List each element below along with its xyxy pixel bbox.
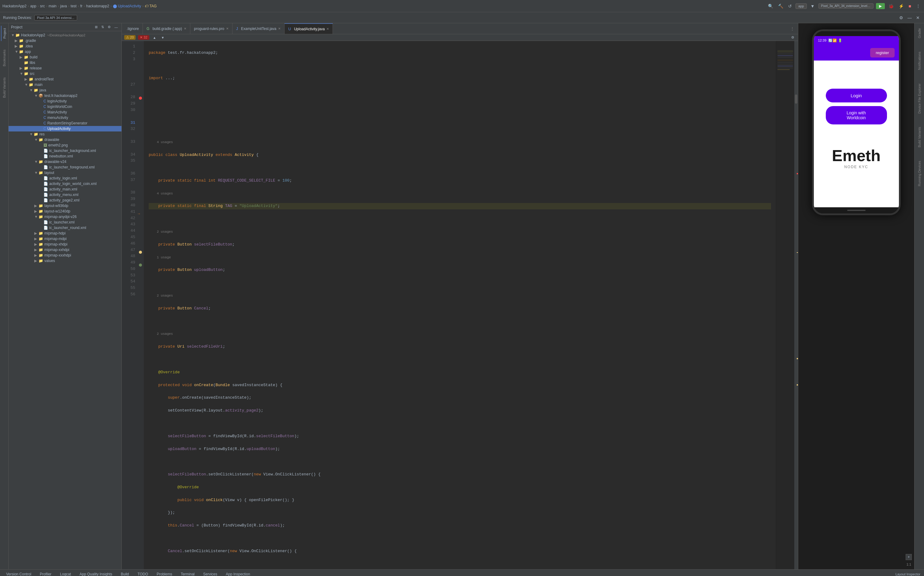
code-content[interactable]: package test.fr.hackatonapp2; import ...… [144,41,776,569]
project-panel-tab[interactable]: Project [1,26,8,41]
tree-item-java[interactable]: ▼ 📁 java [8,88,122,93]
android-login-btn[interactable]: Login [826,89,887,102]
debug-button[interactable]: 🐞 [887,3,895,9]
tree-item-mipmap-xxxhdpi[interactable]: ▶ 📁 mipmap-xxxhdpi [8,253,122,258]
warning-count-badge[interactable]: ⚠ 20 [124,35,136,40]
run-config-dropdown[interactable]: ▼ [809,3,816,9]
tree-item-mipmap-hdpi[interactable]: ▶ 📁 mipmap-hdpi [8,230,122,236]
tab-problems[interactable]: Problems [153,571,176,576]
tree-item-gradle[interactable]: ▶ 📁 .gradle [8,38,122,43]
tab-logcat[interactable]: Logcat [56,571,75,576]
toolbar-search-btn[interactable]: 🔍 [767,3,775,9]
tree-item-menuactivity[interactable]: ▶ C menuActivity [8,115,122,120]
more-actions-btn[interactable]: ⋮ [915,3,922,9]
tree-item-activity-login[interactable]: ▶ 📄 activity_login.xml [8,176,122,181]
error-count-badge[interactable]: ✕ 32 [138,35,149,40]
device-minimize-btn[interactable]: — [906,15,913,21]
tab-proguard-close[interactable]: ✕ [226,27,229,30]
breadcrumb-src[interactable]: src [40,4,45,8]
tree-item-layout[interactable]: ▼ 📁 layout [8,170,122,176]
breadcrumb-java[interactable]: java [60,4,67,8]
tree-item-main[interactable]: ▼ 📁 main [8,82,122,88]
tree-item-mipmap-xhdpi[interactable]: ▶ 📁 mipmap-xhdpi [8,242,122,247]
tab-build-gradle[interactable]: G build.gradle (:app) ✕ [143,23,190,34]
breadcrumb-project[interactable]: HackatonApp2 [2,4,27,8]
tab-app-quality-insights[interactable]: App Quality Insights [76,571,116,576]
running-devices-tab[interactable]: Running Devices [916,158,922,189]
tree-item-loginworldcoin[interactable]: ▶ C loginWorldCoin [8,104,122,109]
breadcrumb-app[interactable]: app [30,4,37,8]
device-settings-btn[interactable]: ⚙ [898,15,905,21]
android-register-btn[interactable]: register [870,48,894,58]
toolbar-sync-btn[interactable]: ↺ [787,3,793,9]
tree-item-ic-launcher-round[interactable]: ▶ 📄 ic_launcher_round.xml [8,225,122,230]
run-button[interactable]: ▶ [876,3,885,9]
tree-item-loginactivity[interactable]: ▶ C loginActivity [8,98,122,104]
stop-button[interactable]: ■ [908,3,912,9]
tab-profiler[interactable]: Profiler [36,571,55,576]
tree-item-activity-page2[interactable]: ▶ 📄 activity_page2.xml [8,197,122,203]
tree-item-randomstring[interactable]: ▶ C RandomStringGenerator [8,120,122,126]
tree-item-build[interactable]: ▶ 📁 build [8,54,122,60]
prev-issue-btn[interactable]: ▲ [152,35,157,40]
tab-uploadactivity[interactable]: U UploadActivity.java ✕ [284,23,333,34]
tree-item-drawable-v24[interactable]: ▼ 📁 drawable-v24 [8,159,122,165]
running-device-chip[interactable]: Pixel 3a API 34 extensi... [34,15,77,21]
tree-item-release[interactable]: ▶ 📁 release [8,66,122,71]
build-variants-panel-tab[interactable]: Build Variants [1,75,7,100]
tree-item-mainactivity[interactable]: ▶ C MainActivity [8,109,122,115]
tree-item-package[interactable]: ▼ 📦 test.fr.hackatonapp2 [8,93,122,98]
tab-version-control[interactable]: Version Control [2,571,35,576]
tree-item-layout-w1240[interactable]: ▶ 📁 layout-w1240dp [8,208,122,214]
sidebar-close-btn[interactable]: — [113,24,119,30]
next-issue-btn[interactable]: ▼ [160,35,165,40]
tree-item-res[interactable]: ▼ 📁 res [8,131,122,137]
tree-item-mipmap-anydpi[interactable]: ▼ 📁 mipmap-anydpi-v26 [8,214,122,219]
tab-exampleunittest[interactable]: J ExampleUnitTest.java ✕ [233,23,284,34]
tab-tignore[interactable]: .tignore [123,23,143,34]
tab-build[interactable]: Build [117,571,133,576]
tab-proguard[interactable]: proguard-rules.pro ✕ [190,23,233,34]
tree-item-emeth2[interactable]: ▶ 🖼 emeth2.png [8,142,122,148]
build-variants-right-tab[interactable]: Build Variants [916,125,922,150]
notifications-panel-tab[interactable]: Notifications [916,49,922,72]
tab-services[interactable]: Services [199,571,221,576]
tree-item-mipmap-mdpi[interactable]: ▶ 📁 mipmap-mdpi [8,236,122,242]
breadcrumb-hackatonapp2[interactable]: hackatonapp2 [86,4,109,8]
tree-item-uploadactivity[interactable]: ▶ C UploadActivity [8,126,122,131]
tab-terminal[interactable]: Terminal [177,571,198,576]
device-close-btn[interactable]: ✕ [915,15,921,21]
tree-item-libs[interactable]: ▶ 📁 libs [8,60,122,66]
device-file-explorer-tab[interactable]: Device File Explorer [916,81,922,116]
tree-item-mipmap-xxhdpi[interactable]: ▶ 📁 mipmap-xxhdpi [8,247,122,253]
tab-more-btn[interactable]: ⋮ [788,26,797,31]
tree-item-src[interactable]: ▼ 📁 src [8,71,122,77]
sidebar-settings-btn[interactable]: ⚙ [106,24,112,30]
tree-item-ic-launcher-bg[interactable]: ▶ 📄 ic_launcher_background.xml [8,148,122,154]
tree-item-activity-main[interactable]: ▶ 📄 activity_main.xml [8,187,122,192]
tree-item-idea[interactable]: ▶ 📁 .idea [8,43,122,49]
gradle-panel-tab[interactable]: Gradle [916,26,922,41]
tab-app-inspection[interactable]: App Inspection [222,571,253,576]
tree-item-activity-menu[interactable]: ▶ 📄 activity_menu.xml [8,192,122,197]
settings-btn[interactable]: ⚙ [790,35,796,40]
tree-item-ic-launcher-xml[interactable]: ▶ 📄 ic_launcher.xml [8,219,122,225]
breadcrumb-tag[interactable]: 🏷 TAG [145,4,157,8]
breadcrumb-fr[interactable]: fr [80,4,82,8]
editor-scrollbar[interactable] [794,41,798,569]
tab-todo[interactable]: TODO [134,571,152,576]
tree-item-newbutton[interactable]: ▶ 📄 newbutton.xml [8,154,122,159]
tree-item-activity-login-wc[interactable]: ▶ 📄 activity_login_world_coin.xml [8,181,122,187]
sidebar-layout-btn[interactable]: ⊞ [94,24,99,30]
tree-item-drawable[interactable]: ▼ 📁 drawable [8,137,122,142]
android-login-worldcoin-btn[interactable]: Login withWorldcoin [826,106,887,125]
toolbar-build-btn[interactable]: 🔨 [777,3,784,9]
tab-exampleunittest-close[interactable]: ✕ [278,27,281,30]
breadcrumb-main[interactable]: main [49,4,56,8]
breadcrumb-upload-activity[interactable]: ⬤ UploadActivity [113,4,141,8]
tree-item-values[interactable]: ▶ 📁 values [8,258,122,264]
tree-item-ic-launcher-fg[interactable]: ▶ 📄 ic_launcher_foreground.xml [8,165,122,170]
profile-button[interactable]: ⚡ [897,3,905,9]
zoom-in-btn[interactable]: + [906,554,912,560]
breadcrumb-test[interactable]: test [71,4,77,8]
